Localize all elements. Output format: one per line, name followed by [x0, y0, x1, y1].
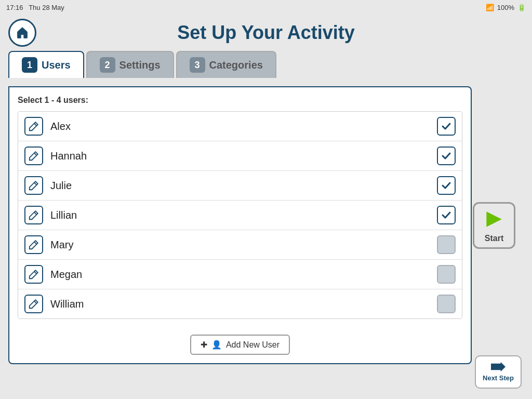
- svg-marker-1: [491, 362, 506, 372]
- user-name-william: William: [50, 298, 437, 310]
- tab-categories-label: Categories: [209, 59, 263, 71]
- edit-icon-alex[interactable]: [24, 117, 43, 136]
- user-name-hannah: Hannah: [50, 150, 437, 162]
- checkbox-lillian[interactable]: [437, 206, 456, 224]
- tab-categories-number: 3: [190, 57, 205, 73]
- add-new-user-button[interactable]: ✚ 👤 Add New User: [190, 335, 290, 355]
- date: Thu 28 May: [29, 4, 64, 11]
- edit-icon-megan[interactable]: [24, 265, 43, 284]
- table-row[interactable]: Mary: [18, 230, 462, 260]
- next-step-label: Next Step: [483, 374, 514, 382]
- users-panel: Select 1 - 4 users: Alex: [8, 86, 472, 364]
- select-label: Select 1 - 4 users:: [18, 96, 462, 105]
- checkbox-mary[interactable]: [437, 235, 456, 254]
- content-area: Select 1 - 4 users: Alex: [8, 86, 524, 364]
- checkbox-megan[interactable]: [437, 265, 456, 284]
- edit-icon-mary[interactable]: [24, 235, 43, 254]
- time: 17:16: [6, 4, 23, 11]
- tab-users[interactable]: 1 Users: [8, 51, 84, 78]
- user-name-megan: Megan: [50, 269, 437, 281]
- table-row[interactable]: Megan: [18, 260, 462, 289]
- edit-icon-julie[interactable]: [24, 176, 43, 195]
- svg-marker-0: [486, 211, 501, 227]
- add-user-person-icon: 👤: [211, 340, 222, 350]
- tabs: 1 Users 2 Settings 3 Categories: [8, 51, 524, 78]
- page-title: Set Up Your Activity: [177, 22, 354, 44]
- status-bar: 17:16 Thu 28 May 📶 100% 🔋: [0, 0, 532, 15]
- checkbox-alex[interactable]: [437, 117, 456, 136]
- add-icon: ✚: [201, 340, 207, 350]
- next-step-button[interactable]: Next Step: [475, 355, 522, 389]
- battery-icon: 🔋: [517, 4, 526, 11]
- tab-settings-number: 2: [100, 57, 115, 73]
- user-name-julie: Julie: [50, 180, 437, 192]
- home-button[interactable]: [8, 19, 36, 47]
- user-name-lillian: Lillian: [50, 209, 437, 221]
- main-content: Set Up Your Activity 1 Users 2 Settings …: [0, 15, 532, 399]
- table-row[interactable]: Lillian: [18, 201, 462, 230]
- next-step-arrow-icon: [491, 362, 506, 372]
- tab-settings-label: Settings: [119, 59, 161, 71]
- add-user-label: Add New User: [226, 340, 280, 350]
- status-time-date: 17:16 Thu 28 May: [6, 4, 64, 11]
- tab-users-label: Users: [42, 59, 71, 71]
- status-right: 📶 100% 🔋: [486, 4, 526, 11]
- user-list: Alex Hannah: [18, 111, 462, 319]
- edit-icon-lillian[interactable]: [24, 206, 43, 224]
- tab-categories[interactable]: 3 Categories: [176, 51, 276, 78]
- table-row[interactable]: Alex: [18, 112, 462, 141]
- edit-icon-hannah[interactable]: [24, 147, 43, 165]
- panel-wrapper: Select 1 - 4 users: Alex: [8, 86, 472, 364]
- edit-icon-william[interactable]: [24, 295, 43, 313]
- table-row[interactable]: Julie: [18, 171, 462, 201]
- battery-text: 100%: [497, 4, 514, 11]
- start-arrow-icon: [483, 208, 506, 231]
- user-name-mary: Mary: [50, 239, 437, 251]
- table-row[interactable]: Hannah: [18, 141, 462, 171]
- wifi-icon: 📶: [486, 4, 494, 11]
- checkbox-william[interactable]: [437, 295, 456, 313]
- table-row[interactable]: William: [18, 289, 462, 318]
- start-label: Start: [485, 234, 503, 243]
- start-button[interactable]: Start: [473, 202, 515, 249]
- header: Set Up Your Activity: [8, 22, 524, 44]
- checkbox-julie[interactable]: [437, 176, 456, 195]
- tab-settings[interactable]: 2 Settings: [86, 51, 174, 78]
- user-name-alex: Alex: [50, 121, 437, 132]
- home-icon: [15, 25, 30, 41]
- tab-users-number: 1: [22, 57, 37, 73]
- checkbox-hannah[interactable]: [437, 147, 456, 165]
